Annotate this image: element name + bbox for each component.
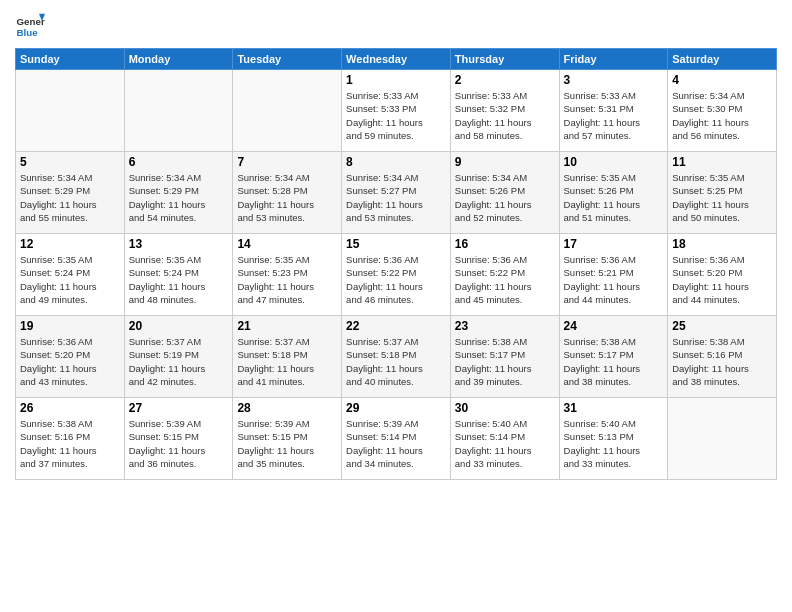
day-number: 25 [672,319,772,333]
day-header-wednesday: Wednesday [342,49,451,70]
calendar-cell: 18Sunrise: 5:36 AM Sunset: 5:20 PM Dayli… [668,234,777,316]
day-header-saturday: Saturday [668,49,777,70]
logo: General Blue [15,10,49,40]
calendar-cell: 29Sunrise: 5:39 AM Sunset: 5:14 PM Dayli… [342,398,451,480]
day-number: 30 [455,401,555,415]
day-info: Sunrise: 5:37 AM Sunset: 5:18 PM Dayligh… [346,335,446,388]
calendar-cell [124,70,233,152]
svg-text:Blue: Blue [17,27,39,38]
calendar-cell [668,398,777,480]
day-header-friday: Friday [559,49,668,70]
day-number: 20 [129,319,229,333]
day-number: 22 [346,319,446,333]
day-header-thursday: Thursday [450,49,559,70]
calendar-cell: 30Sunrise: 5:40 AM Sunset: 5:14 PM Dayli… [450,398,559,480]
day-info: Sunrise: 5:35 AM Sunset: 5:24 PM Dayligh… [129,253,229,306]
calendar-cell: 21Sunrise: 5:37 AM Sunset: 5:18 PM Dayli… [233,316,342,398]
day-info: Sunrise: 5:39 AM Sunset: 5:15 PM Dayligh… [129,417,229,470]
day-info: Sunrise: 5:37 AM Sunset: 5:18 PM Dayligh… [237,335,337,388]
calendar-cell: 5Sunrise: 5:34 AM Sunset: 5:29 PM Daylig… [16,152,125,234]
calendar-week-4: 19Sunrise: 5:36 AM Sunset: 5:20 PM Dayli… [16,316,777,398]
day-number: 18 [672,237,772,251]
calendar-cell: 12Sunrise: 5:35 AM Sunset: 5:24 PM Dayli… [16,234,125,316]
day-number: 17 [564,237,664,251]
day-header-sunday: Sunday [16,49,125,70]
calendar-cell: 10Sunrise: 5:35 AM Sunset: 5:26 PM Dayli… [559,152,668,234]
day-info: Sunrise: 5:35 AM Sunset: 5:24 PM Dayligh… [20,253,120,306]
day-header-tuesday: Tuesday [233,49,342,70]
calendar-cell: 19Sunrise: 5:36 AM Sunset: 5:20 PM Dayli… [16,316,125,398]
day-number: 27 [129,401,229,415]
calendar-cell: 11Sunrise: 5:35 AM Sunset: 5:25 PM Dayli… [668,152,777,234]
day-info: Sunrise: 5:33 AM Sunset: 5:33 PM Dayligh… [346,89,446,142]
calendar-cell: 7Sunrise: 5:34 AM Sunset: 5:28 PM Daylig… [233,152,342,234]
day-number: 26 [20,401,120,415]
calendar-cell: 24Sunrise: 5:38 AM Sunset: 5:17 PM Dayli… [559,316,668,398]
day-info: Sunrise: 5:34 AM Sunset: 5:26 PM Dayligh… [455,171,555,224]
day-info: Sunrise: 5:33 AM Sunset: 5:31 PM Dayligh… [564,89,664,142]
calendar-cell: 9Sunrise: 5:34 AM Sunset: 5:26 PM Daylig… [450,152,559,234]
calendar-cell: 31Sunrise: 5:40 AM Sunset: 5:13 PM Dayli… [559,398,668,480]
day-number: 16 [455,237,555,251]
day-number: 28 [237,401,337,415]
calendar-cell: 15Sunrise: 5:36 AM Sunset: 5:22 PM Dayli… [342,234,451,316]
day-number: 14 [237,237,337,251]
day-number: 15 [346,237,446,251]
calendar-week-5: 26Sunrise: 5:38 AM Sunset: 5:16 PM Dayli… [16,398,777,480]
day-info: Sunrise: 5:36 AM Sunset: 5:22 PM Dayligh… [346,253,446,306]
calendar-cell: 23Sunrise: 5:38 AM Sunset: 5:17 PM Dayli… [450,316,559,398]
calendar-cell: 2Sunrise: 5:33 AM Sunset: 5:32 PM Daylig… [450,70,559,152]
calendar-week-2: 5Sunrise: 5:34 AM Sunset: 5:29 PM Daylig… [16,152,777,234]
calendar-cell [16,70,125,152]
day-info: Sunrise: 5:34 AM Sunset: 5:29 PM Dayligh… [129,171,229,224]
calendar-cell: 16Sunrise: 5:36 AM Sunset: 5:22 PM Dayli… [450,234,559,316]
day-number: 7 [237,155,337,169]
day-info: Sunrise: 5:38 AM Sunset: 5:17 PM Dayligh… [564,335,664,388]
day-info: Sunrise: 5:36 AM Sunset: 5:20 PM Dayligh… [672,253,772,306]
calendar-cell: 17Sunrise: 5:36 AM Sunset: 5:21 PM Dayli… [559,234,668,316]
day-number: 29 [346,401,446,415]
day-info: Sunrise: 5:39 AM Sunset: 5:14 PM Dayligh… [346,417,446,470]
day-info: Sunrise: 5:34 AM Sunset: 5:27 PM Dayligh… [346,171,446,224]
day-number: 12 [20,237,120,251]
day-number: 9 [455,155,555,169]
day-info: Sunrise: 5:38 AM Sunset: 5:16 PM Dayligh… [672,335,772,388]
day-number: 31 [564,401,664,415]
day-info: Sunrise: 5:35 AM Sunset: 5:23 PM Dayligh… [237,253,337,306]
day-number: 24 [564,319,664,333]
calendar-cell: 13Sunrise: 5:35 AM Sunset: 5:24 PM Dayli… [124,234,233,316]
day-info: Sunrise: 5:33 AM Sunset: 5:32 PM Dayligh… [455,89,555,142]
day-number: 11 [672,155,772,169]
day-info: Sunrise: 5:36 AM Sunset: 5:22 PM Dayligh… [455,253,555,306]
day-number: 8 [346,155,446,169]
day-number: 4 [672,73,772,87]
day-number: 5 [20,155,120,169]
day-number: 6 [129,155,229,169]
calendar-header-row: SundayMondayTuesdayWednesdayThursdayFrid… [16,49,777,70]
calendar-cell: 6Sunrise: 5:34 AM Sunset: 5:29 PM Daylig… [124,152,233,234]
day-info: Sunrise: 5:36 AM Sunset: 5:21 PM Dayligh… [564,253,664,306]
calendar-body: 1Sunrise: 5:33 AM Sunset: 5:33 PM Daylig… [16,70,777,480]
day-number: 1 [346,73,446,87]
day-number: 23 [455,319,555,333]
calendar-week-1: 1Sunrise: 5:33 AM Sunset: 5:33 PM Daylig… [16,70,777,152]
day-info: Sunrise: 5:40 AM Sunset: 5:14 PM Dayligh… [455,417,555,470]
calendar-cell: 22Sunrise: 5:37 AM Sunset: 5:18 PM Dayli… [342,316,451,398]
day-number: 19 [20,319,120,333]
day-info: Sunrise: 5:34 AM Sunset: 5:29 PM Dayligh… [20,171,120,224]
calendar-cell: 27Sunrise: 5:39 AM Sunset: 5:15 PM Dayli… [124,398,233,480]
calendar-cell: 26Sunrise: 5:38 AM Sunset: 5:16 PM Dayli… [16,398,125,480]
day-info: Sunrise: 5:40 AM Sunset: 5:13 PM Dayligh… [564,417,664,470]
logo-icon: General Blue [15,10,45,40]
day-number: 13 [129,237,229,251]
day-info: Sunrise: 5:37 AM Sunset: 5:19 PM Dayligh… [129,335,229,388]
calendar-cell: 20Sunrise: 5:37 AM Sunset: 5:19 PM Dayli… [124,316,233,398]
calendar-cell: 28Sunrise: 5:39 AM Sunset: 5:15 PM Dayli… [233,398,342,480]
calendar-table: SundayMondayTuesdayWednesdayThursdayFrid… [15,48,777,480]
day-info: Sunrise: 5:35 AM Sunset: 5:25 PM Dayligh… [672,171,772,224]
day-info: Sunrise: 5:38 AM Sunset: 5:16 PM Dayligh… [20,417,120,470]
calendar-cell: 25Sunrise: 5:38 AM Sunset: 5:16 PM Dayli… [668,316,777,398]
calendar-week-3: 12Sunrise: 5:35 AM Sunset: 5:24 PM Dayli… [16,234,777,316]
day-number: 21 [237,319,337,333]
day-number: 10 [564,155,664,169]
